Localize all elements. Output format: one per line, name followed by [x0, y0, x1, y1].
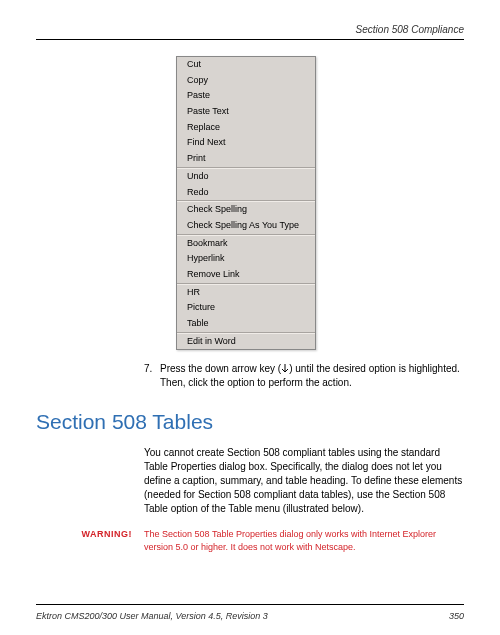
menu-item[interactable]: Hyperlink [177, 251, 315, 267]
menu-item[interactable]: Table [177, 316, 315, 332]
context-menu: CutCopyPastePaste TextReplaceFind NextPr… [176, 56, 316, 350]
step-number: 7. [144, 362, 160, 390]
menu-item[interactable]: Paste Text [177, 104, 315, 120]
menu-item[interactable]: Edit in Word [177, 334, 315, 350]
menu-item[interactable]: Print [177, 151, 315, 167]
header-section-title: Section 508 Compliance [36, 24, 464, 35]
warning-block: WARNING! The Section 508 Table Propertie… [36, 528, 464, 553]
page-number: 350 [449, 611, 464, 621]
menu-item[interactable]: Picture [177, 300, 315, 316]
body-paragraph: You cannot create Section 508 compliant … [144, 446, 464, 516]
menu-item[interactable]: Bookmark [177, 236, 315, 252]
down-arrow-icon [281, 363, 289, 377]
menu-item[interactable]: Cut [177, 57, 315, 73]
header-rule [36, 39, 464, 40]
step-text-before: Press the down arrow key ( [160, 363, 281, 374]
menu-item[interactable]: Replace [177, 120, 315, 136]
menu-item[interactable]: Check Spelling [177, 202, 315, 218]
instruction-step: 7. Press the down arrow key () until the… [144, 362, 464, 390]
menu-item[interactable]: HR [177, 285, 315, 301]
menu-item[interactable]: Undo [177, 169, 315, 185]
footer-left: Ektron CMS200/300 User Manual, Version 4… [36, 611, 268, 621]
menu-item[interactable]: Find Next [177, 135, 315, 151]
menu-item[interactable]: Redo [177, 185, 315, 201]
step-text: Press the down arrow key () until the de… [160, 362, 464, 390]
page-heading: Section 508 Tables [36, 410, 464, 434]
warning-label: WARNING! [36, 528, 144, 553]
footer-rule [36, 604, 464, 605]
warning-text: The Section 508 Table Properties dialog … [144, 528, 464, 553]
footer: Ektron CMS200/300 User Manual, Version 4… [36, 611, 464, 621]
menu-item[interactable]: Paste [177, 88, 315, 104]
menu-item[interactable]: Copy [177, 73, 315, 89]
menu-item[interactable]: Check Spelling As You Type [177, 218, 315, 234]
menu-item[interactable]: Remove Link [177, 267, 315, 283]
